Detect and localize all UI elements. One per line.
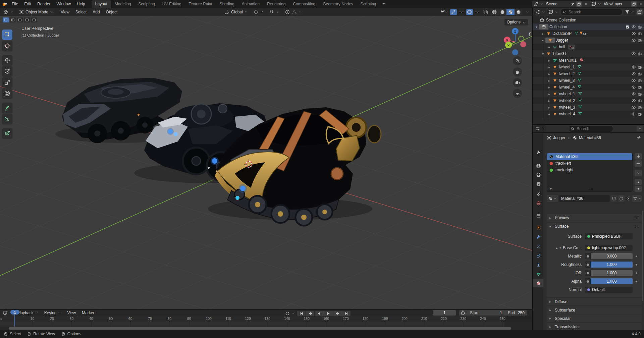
shading-wireframe-button[interactable] bbox=[490, 9, 498, 15]
ortho-toggle-button[interactable] bbox=[513, 89, 522, 98]
shading-material-button[interactable] bbox=[506, 9, 515, 15]
outliner-row-titangt[interactable]: ▾TitanGT bbox=[533, 50, 644, 57]
expander-icon[interactable]: ▸ bbox=[547, 45, 552, 49]
eye-icon[interactable] bbox=[631, 71, 636, 76]
camera-icon[interactable] bbox=[638, 32, 642, 36]
properties-tab-scene[interactable] bbox=[533, 190, 543, 199]
material-name-field[interactable]: Material #36 bbox=[559, 195, 610, 202]
eye-icon[interactable] bbox=[631, 38, 636, 43]
start-frame-field[interactable]: Start 1 bbox=[467, 310, 505, 316]
tool-move[interactable] bbox=[2, 55, 12, 65]
select-mode-2[interactable] bbox=[10, 17, 16, 22]
socket-button[interactable] bbox=[585, 270, 591, 276]
overlays-toggle[interactable] bbox=[466, 9, 473, 15]
eye-icon[interactable] bbox=[631, 78, 636, 83]
select-mode-3[interactable] bbox=[17, 17, 23, 22]
expander-icon[interactable]: ▸ bbox=[540, 32, 545, 36]
camera-icon[interactable] bbox=[638, 65, 642, 69]
properties-tab-physics[interactable] bbox=[533, 251, 543, 260]
outliner-row-scene-collection[interactable]: Scene Collection bbox=[533, 17, 644, 23]
panel-subsurface[interactable]: ▸Subsurface bbox=[547, 306, 642, 314]
outliner-row-collection[interactable]: ▾Collection bbox=[533, 23, 644, 30]
workspace-add-button[interactable]: + bbox=[380, 0, 388, 8]
panel-diffuse[interactable]: ▸Diffuse bbox=[547, 298, 642, 305]
viewlayer-remove-button[interactable] bbox=[638, 1, 644, 7]
decorator-dot[interactable] bbox=[636, 264, 637, 266]
tool-add-cube[interactable] bbox=[2, 128, 12, 138]
material-slot-material-36[interactable]: Material #36 bbox=[547, 153, 632, 160]
camera-icon[interactable] bbox=[638, 52, 642, 56]
material-nodes-dropdown[interactable] bbox=[632, 195, 642, 202]
eye-icon[interactable] bbox=[631, 24, 636, 29]
surface-menu[interactable]: Principled BSDF bbox=[585, 233, 633, 239]
select-mode-5[interactable] bbox=[31, 17, 37, 22]
outliner-row-hull[interactable]: ▸hull3 bbox=[533, 44, 644, 50]
end-frame-field[interactable]: End 250 bbox=[505, 310, 527, 316]
outliner-filter-button[interactable] bbox=[624, 9, 636, 15]
socket-button[interactable] bbox=[585, 278, 591, 284]
shading-dropdown[interactable] bbox=[524, 9, 531, 15]
tool-transform[interactable] bbox=[2, 88, 12, 99]
remove-slot-button[interactable] bbox=[635, 160, 642, 167]
socket-button[interactable] bbox=[585, 262, 591, 268]
panel-transmission[interactable]: ▸Transmission bbox=[547, 323, 642, 331]
tab-scripting[interactable]: Scripting bbox=[357, 0, 380, 8]
viewport-menu-add[interactable]: Add bbox=[90, 8, 103, 16]
overlays-dropdown[interactable] bbox=[474, 9, 481, 15]
timeline-menu-view[interactable]: View bbox=[64, 309, 79, 317]
mode-dropdown[interactable]: Object Mode bbox=[17, 9, 55, 15]
tool-cursor[interactable] bbox=[2, 41, 12, 51]
slot-move-down-button[interactable] bbox=[635, 186, 642, 192]
normal-menu[interactable]: Default bbox=[585, 287, 633, 293]
eye-icon[interactable] bbox=[631, 51, 636, 56]
roughness-slider[interactable]: 1.000 bbox=[591, 262, 633, 268]
jump-to-end-button[interactable] bbox=[342, 311, 351, 316]
properties-tab-viewlayer[interactable] bbox=[533, 180, 543, 188]
tool-measure[interactable] bbox=[2, 114, 12, 124]
editor-type-button[interactable] bbox=[1, 9, 15, 15]
eye-icon[interactable] bbox=[631, 112, 636, 116]
outliner-display-mode-dropdown[interactable] bbox=[534, 9, 546, 15]
pivot-point-dropdown[interactable] bbox=[252, 9, 265, 15]
viewlayer-selector[interactable]: ViewLayer bbox=[590, 1, 644, 7]
camera-icon[interactable] bbox=[638, 85, 642, 90]
add-slot-button[interactable] bbox=[635, 153, 642, 160]
timeline-track[interactable] bbox=[0, 322, 532, 327]
gizmo-axis-z[interactable]: Z bbox=[512, 28, 519, 35]
timeline-menu-keying[interactable]: Keying bbox=[41, 309, 64, 317]
properties-tab-world[interactable] bbox=[533, 199, 543, 208]
transform-orientation-dropdown[interactable]: Global bbox=[223, 9, 250, 15]
eye-icon[interactable] bbox=[631, 65, 636, 69]
properties-tab-data[interactable] bbox=[533, 270, 543, 279]
material-slot-track-left[interactable]: track-left bbox=[547, 160, 632, 167]
material-slot-track-right[interactable]: track-right bbox=[547, 167, 632, 173]
next-keyframe-button[interactable] bbox=[333, 311, 342, 316]
properties-scrollbar[interactable] bbox=[642, 211, 643, 301]
camera-icon[interactable] bbox=[638, 105, 642, 110]
tool-select-box[interactable] bbox=[2, 30, 12, 40]
slot-specials-dropdown[interactable] bbox=[635, 170, 642, 176]
camera-icon[interactable] bbox=[638, 112, 642, 116]
outliner-search[interactable] bbox=[560, 9, 623, 15]
camera-icon[interactable] bbox=[638, 25, 642, 29]
tab-shading[interactable]: Shading bbox=[216, 0, 238, 8]
decorator-dot[interactable] bbox=[636, 281, 637, 282]
preview-panel[interactable]: ▸ Preview bbox=[547, 214, 642, 222]
tab-rendering[interactable]: Rendering bbox=[263, 0, 289, 8]
properties-search[interactable] bbox=[568, 125, 613, 132]
proportional-edit-controls[interactable] bbox=[283, 9, 304, 15]
menu-window[interactable]: Window bbox=[53, 0, 74, 8]
metallic-slider[interactable]: 0.000 bbox=[591, 253, 633, 259]
unlink-material-button[interactable] bbox=[625, 195, 631, 202]
material-browse-button[interactable] bbox=[547, 195, 558, 202]
tab-modeling[interactable]: Modeling bbox=[111, 0, 135, 8]
select-mode-4[interactable] bbox=[24, 17, 30, 22]
snap-controls[interactable] bbox=[267, 9, 281, 15]
decorator-dot[interactable] bbox=[636, 272, 637, 274]
properties-tab-constraints[interactable] bbox=[533, 260, 543, 269]
auto-keying-button[interactable] bbox=[284, 310, 296, 317]
surface-panel-header[interactable]: ▾ Surface bbox=[547, 223, 642, 230]
properties-options-dropdown[interactable] bbox=[637, 126, 643, 131]
expand-icon[interactable]: ▶ bbox=[550, 187, 552, 190]
properties-tab-output[interactable] bbox=[533, 170, 543, 179]
